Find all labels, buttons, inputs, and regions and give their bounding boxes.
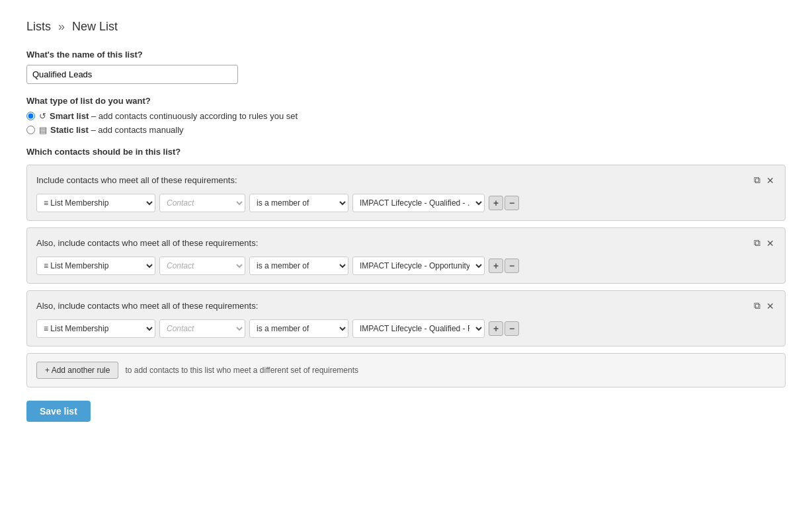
rule-group-3-title: Also, include contacts who meet all of t… bbox=[36, 301, 258, 311]
add-rule-description: to add contacts to this list who meet a … bbox=[125, 366, 358, 375]
rule-group-1-title: Include contacts who meet all of these r… bbox=[36, 175, 237, 185]
list-type-section: ↺ Smart list – add contacts continuously… bbox=[26, 111, 786, 135]
list-type-label: What type of list do you want? bbox=[26, 96, 786, 106]
name-label: What's the name of this list? bbox=[26, 50, 786, 60]
breadcrumb: Lists » New List bbox=[26, 20, 786, 34]
rule-group-2-add-condition-button[interactable]: + bbox=[489, 259, 503, 273]
contacts-label: Which contacts should be in this list? bbox=[26, 147, 786, 157]
static-list-description: – add contacts manually bbox=[91, 125, 183, 135]
rule-group-2: Also, include contacts who meet all of t… bbox=[26, 227, 786, 284]
rule-group-1-value-select[interactable]: IMPACT Lifecycle - Qualified - ... bbox=[352, 194, 485, 212]
rule-group-1-filter-select[interactable]: Contact bbox=[159, 194, 245, 212]
rule-group-3-operator-select[interactable]: is a member of bbox=[249, 319, 348, 338]
rule-group-3-header: Also, include contacts who meet all of t… bbox=[36, 299, 776, 313]
breadcrumb-separator: » bbox=[58, 20, 65, 33]
static-list-icon: ▤ bbox=[39, 125, 47, 135]
rule-group-2-actions: ⧉ ✕ bbox=[752, 236, 776, 250]
rule-group-2-title: Also, include contacts who meet all of t… bbox=[36, 238, 258, 248]
rule-group-1-add-condition-button[interactable]: + bbox=[489, 196, 503, 210]
rule-group-2-filter-select[interactable]: Contact bbox=[159, 257, 245, 275]
rule-group-3-plus-minus: + − bbox=[489, 321, 519, 336]
rule-group-2-plus-minus: + − bbox=[489, 259, 519, 273]
rule-group-2-row: ≡ List Membership Contact is a member of… bbox=[36, 257, 776, 275]
static-list-option[interactable]: ▤ Static list – add contacts manually bbox=[26, 125, 786, 135]
breadcrumb-root[interactable]: Lists bbox=[26, 20, 51, 33]
smart-list-icon: ↺ bbox=[39, 111, 46, 121]
rule-group-3-actions: ⧉ ✕ bbox=[752, 299, 776, 313]
rule-group-3-copy-button[interactable]: ⧉ bbox=[752, 299, 762, 313]
rule-group-2-property-select[interactable]: ≡ List Membership bbox=[36, 257, 155, 275]
rule-group-3-value-select[interactable]: IMPACT Lifecycle - Qualified - F... bbox=[352, 319, 485, 338]
rule-group-3-remove-condition-button[interactable]: − bbox=[505, 321, 519, 336]
rule-group-2-close-button[interactable]: ✕ bbox=[765, 237, 776, 250]
rule-group-3: Also, include contacts who meet all of t… bbox=[26, 290, 786, 346]
rule-group-2-header: Also, include contacts who meet all of t… bbox=[36, 236, 776, 250]
add-rule-button[interactable]: + Add another rule bbox=[36, 362, 118, 379]
smart-list-description: – add contacts continuously according to… bbox=[91, 111, 298, 121]
rule-group-1-copy-button[interactable]: ⧉ bbox=[752, 173, 762, 187]
rule-group-1: Include contacts who meet all of these r… bbox=[26, 165, 786, 221]
rule-groups-container: Include contacts who meet all of these r… bbox=[26, 165, 786, 346]
rule-group-1-operator-select[interactable]: is a member of bbox=[249, 194, 348, 212]
rule-group-2-operator-select[interactable]: is a member of bbox=[249, 257, 348, 275]
rule-group-2-value-select[interactable]: IMPACT Lifecycle - Opportunity bbox=[352, 257, 485, 275]
rule-group-2-remove-condition-button[interactable]: − bbox=[505, 259, 519, 273]
rule-group-1-header: Include contacts who meet all of these r… bbox=[36, 173, 776, 187]
rule-group-3-add-condition-button[interactable]: + bbox=[489, 321, 503, 336]
breadcrumb-current: New List bbox=[72, 20, 118, 33]
rule-group-2-copy-button[interactable]: ⧉ bbox=[752, 236, 762, 250]
rule-group-3-filter-select[interactable]: Contact bbox=[159, 319, 245, 338]
list-name-input[interactable] bbox=[26, 65, 238, 84]
rule-group-1-close-button[interactable]: ✕ bbox=[765, 174, 776, 187]
add-rule-section: + Add another rule to add contacts to th… bbox=[26, 353, 786, 387]
rule-group-1-actions: ⧉ ✕ bbox=[752, 173, 776, 187]
rule-group-3-property-select[interactable]: ≡ List Membership bbox=[36, 319, 155, 338]
rule-group-1-plus-minus: + − bbox=[489, 196, 519, 210]
save-list-button[interactable]: Save list bbox=[26, 401, 91, 422]
smart-list-label: Smart list bbox=[50, 111, 89, 121]
form: What's the name of this list? What type … bbox=[26, 50, 786, 422]
rule-group-1-row: ≡ List Membership Contact is a member of… bbox=[36, 194, 776, 212]
smart-list-option[interactable]: ↺ Smart list – add contacts continuously… bbox=[26, 111, 786, 121]
rule-group-3-row: ≡ List Membership Contact is a member of… bbox=[36, 319, 776, 338]
rule-group-1-remove-condition-button[interactable]: − bbox=[505, 196, 519, 210]
rule-group-1-property-select[interactable]: ≡ List Membership bbox=[36, 194, 155, 212]
smart-list-radio[interactable] bbox=[26, 112, 35, 120]
static-list-radio[interactable] bbox=[26, 126, 35, 134]
rule-group-3-close-button[interactable]: ✕ bbox=[765, 300, 776, 313]
static-list-label: Static list bbox=[50, 125, 89, 135]
